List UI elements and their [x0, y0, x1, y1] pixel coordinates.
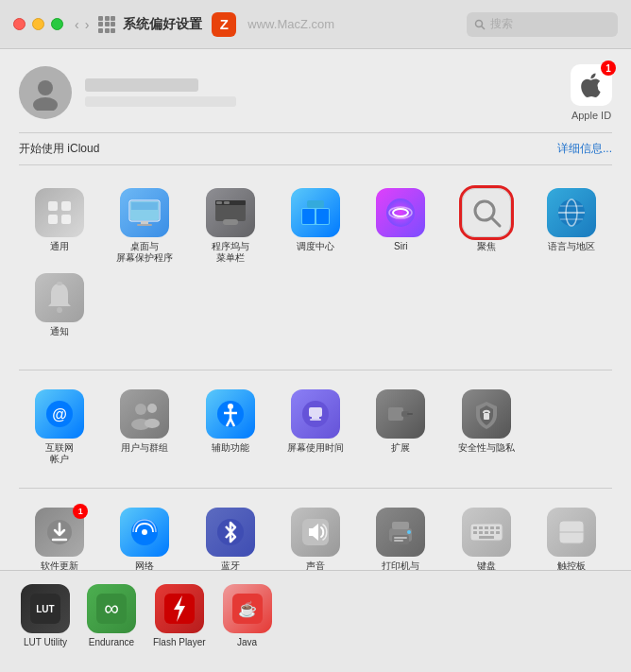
- avatar-icon: [27, 75, 63, 111]
- internet-svg: @: [43, 398, 76, 430]
- apple-id-icon: 1: [571, 64, 612, 106]
- java-icon: ☕: [223, 584, 272, 633]
- svg-point-3: [33, 97, 58, 111]
- app-item-notifications[interactable]: 通知: [19, 271, 100, 349]
- java-svg: ☕: [230, 592, 264, 626]
- extensions-label: 扩展: [391, 442, 410, 463]
- endurance-icon: ∞: [87, 584, 136, 633]
- svg-rect-17: [223, 219, 238, 225]
- endurance-svg: ∞: [94, 592, 128, 626]
- app-item-users[interactable]: 用户与群组: [104, 388, 185, 467]
- svg-text:@: @: [52, 406, 67, 422]
- focus-icon: [462, 188, 511, 237]
- bluetooth-svg: [214, 516, 247, 548]
- svg-rect-52: [407, 413, 413, 415]
- svg-point-32: [57, 307, 62, 313]
- back-arrow[interactable]: ‹: [75, 17, 79, 32]
- nav-arrows: ‹ ›: [75, 17, 89, 32]
- section-2-grid: @ 互联网 帐户 用户与群组: [19, 380, 612, 474]
- section-1-grid: 通用 桌面与 屏幕保护程序: [19, 179, 612, 356]
- svg-rect-71: [496, 526, 500, 529]
- java-label: Java: [237, 637, 257, 658]
- app-item-internet[interactable]: @ 互联网 帐户: [19, 388, 100, 467]
- svg-point-41: [228, 404, 233, 409]
- screentime-svg: [299, 398, 332, 430]
- svg-point-2: [38, 80, 53, 95]
- trackpad-icon: [547, 508, 596, 557]
- avatar[interactable]: [19, 66, 72, 119]
- app-item-flash[interactable]: Flash Player: [151, 582, 208, 660]
- app-item-screentime[interactable]: 屏幕使用时间: [275, 388, 356, 467]
- watermark: www.MacZ.com: [247, 17, 334, 31]
- svg-rect-49: [310, 419, 321, 421]
- traffic-lights: [13, 18, 63, 30]
- flash-svg: [162, 592, 196, 626]
- app-item-general[interactable]: 通用: [19, 186, 100, 266]
- search-icon: [474, 19, 486, 30]
- username-placeholder: [85, 78, 198, 92]
- missionctrl-icon: [291, 188, 340, 237]
- extensions-svg: [384, 398, 417, 430]
- general-svg: [44, 198, 75, 228]
- keyboard-icon: [462, 508, 511, 557]
- apple-id-block[interactable]: 1 Apple ID: [571, 64, 612, 121]
- users-svg: [128, 398, 162, 430]
- grid-icon[interactable]: [98, 16, 115, 33]
- svg-point-57: [142, 529, 147, 535]
- keyboard-svg: [469, 518, 504, 546]
- search-box[interactable]: 搜索: [467, 12, 618, 37]
- general-icon: [35, 188, 84, 237]
- software-badge: 1: [73, 504, 88, 519]
- desktop-svg: [128, 198, 162, 227]
- app-item-lut[interactable]: LUT LUT Utility: [19, 582, 72, 660]
- section-2: @ 互联网 帐户 用户与群组: [19, 380, 612, 474]
- siri-icon: [376, 188, 425, 237]
- icloud-detail-link[interactable]: 详细信息...: [557, 141, 612, 157]
- maximize-button[interactable]: [51, 18, 63, 30]
- app-item-security[interactable]: 安全性与隐私: [445, 388, 526, 467]
- close-button[interactable]: [13, 18, 26, 30]
- accessibility-icon: [206, 389, 255, 439]
- security-svg: [470, 398, 503, 430]
- language-label: 语言与地区: [548, 241, 595, 262]
- app-item-siri[interactable]: Siri: [360, 186, 441, 266]
- app-item-language[interactable]: 语言与地区: [531, 186, 612, 266]
- svg-point-39: [145, 419, 160, 428]
- sound-svg: [299, 516, 332, 548]
- svg-rect-76: [496, 531, 500, 534]
- svg-line-1: [482, 26, 486, 29]
- svg-rect-47: [309, 407, 322, 417]
- svg-rect-50: [388, 407, 403, 421]
- minimize-button[interactable]: [32, 18, 44, 30]
- app-item-endurance[interactable]: ∞ Endurance: [85, 582, 138, 660]
- app-item-accessibility[interactable]: 辅助功能: [190, 388, 271, 467]
- app-item-focus[interactable]: 聚焦: [445, 186, 526, 266]
- app-item-java[interactable]: ☕ Java: [221, 582, 274, 660]
- app-item-missionctrl[interactable]: 调度中心: [275, 186, 356, 266]
- sound-icon: [291, 508, 340, 557]
- language-icon: [547, 188, 596, 237]
- lut-svg: LUT: [28, 592, 62, 626]
- icloud-row: 开始使用 iCloud 详细信息...: [19, 132, 612, 165]
- trackpad-svg: [555, 516, 588, 548]
- endurance-label: Endurance: [89, 637, 134, 658]
- network-icon: [120, 508, 169, 557]
- app-item-menubar[interactable]: 程序坞与 菜单栏: [190, 186, 271, 266]
- svg-point-0: [476, 20, 483, 26]
- flash-icon: [155, 584, 204, 633]
- internet-icon: @: [35, 389, 84, 439]
- app-item-extensions[interactable]: 扩展: [360, 388, 441, 467]
- svg-rect-67: [473, 526, 477, 529]
- printer-icon: [376, 508, 425, 557]
- divider-2: [19, 488, 612, 489]
- svg-rect-61: [392, 522, 409, 529]
- screentime-icon: [291, 389, 340, 439]
- svg-rect-70: [490, 526, 494, 529]
- printer-svg: [384, 516, 417, 548]
- profile-left: [19, 66, 236, 119]
- forward-arrow[interactable]: ›: [85, 17, 90, 32]
- titlebar: ‹ › 系统偏好设置 Z www.MacZ.com 搜索: [0, 0, 631, 49]
- app-item-desktop[interactable]: 桌面与 屏幕保护程序: [104, 186, 185, 266]
- focus-label: 聚焦: [477, 241, 496, 262]
- svg-text:LUT: LUT: [36, 604, 54, 614]
